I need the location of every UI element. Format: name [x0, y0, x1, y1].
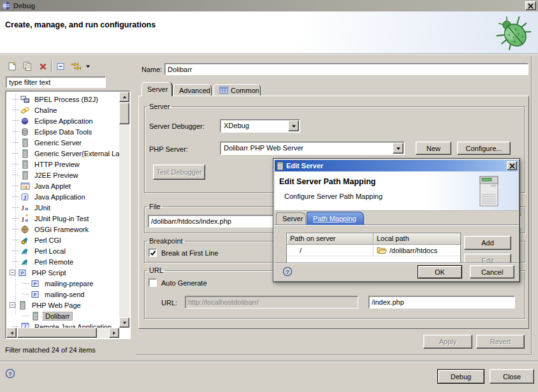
close-icon: [509, 163, 515, 169]
tree-item-junit[interactable]: JuJUnit: [6, 202, 119, 213]
window-titlebar: Debug: [0, 0, 538, 11]
tree-item-php-web-page[interactable]: −PHP Web Page: [6, 300, 119, 310]
tree-item-php-script[interactable]: −PPHP Script: [6, 267, 119, 278]
tree-item-cha-ne[interactable]: Chaîne: [6, 105, 119, 115]
tree-item-java-application[interactable]: JJava Application: [6, 191, 119, 202]
java-application-icon: J: [20, 192, 30, 201]
tree-connector: [12, 110, 19, 110]
url-label: URL:: [161, 299, 177, 307]
tree-item-junit-plug-in-test[interactable]: JuJUnit Plug-in Test: [6, 213, 119, 224]
collapse-expander-icon[interactable]: −: [10, 270, 15, 275]
ok-button[interactable]: OK: [418, 265, 462, 279]
menu-dropdown-icon[interactable]: [84, 60, 92, 73]
tree-item-perl-cgi[interactable]: Perl CGI: [6, 235, 119, 245]
file-group-legend: File: [147, 203, 163, 210]
tree-item-j2ee-preview[interactable]: J2EE Preview: [6, 170, 119, 180]
delete-icon[interactable]: [36, 60, 50, 73]
java-applet-icon: J: [20, 182, 30, 191]
help-icon[interactable]: ?: [282, 266, 293, 277]
svg-text:?: ?: [8, 370, 12, 377]
tree-item-label: Chaîne: [33, 106, 59, 114]
dialog-titlebar: Edit Server: [275, 160, 518, 171]
tab-advanced[interactable]: Advanced: [173, 84, 212, 96]
svg-text:J: J: [25, 185, 27, 190]
dialog-title: Edit Server: [286, 162, 323, 170]
edit-server-dialog: Edit Server Edit Server Path Mapping Con…: [273, 158, 520, 282]
column-header-local-path[interactable]: Local path: [374, 233, 461, 245]
name-input[interactable]: [164, 63, 528, 75]
tree-connector: [12, 218, 19, 219]
tree-item-generic-server-external-la[interactable]: Generic Server(External La: [6, 148, 119, 159]
cancel-button[interactable]: Cancel: [470, 265, 514, 279]
tree-item-http-preview[interactable]: HTTP Preview: [6, 159, 119, 170]
tab-common[interactable]: Common: [214, 84, 261, 96]
junit-icon: Ju: [20, 203, 30, 212]
tree-connector: [12, 240, 19, 240]
tree-item-eclipse-application[interactable]: Eclipse Application: [6, 115, 119, 126]
scroll-left-icon[interactable]: [6, 328, 17, 338]
tree-item-bpel-process-b2j[interactable]: BPEL Process (B2J): [6, 94, 119, 105]
auto-generate-checkbox[interactable]: [149, 279, 157, 287]
server-tower-icon: [477, 175, 500, 207]
duplicate-icon[interactable]: [20, 60, 34, 73]
tree-item-label: PHP Web Page: [30, 301, 83, 309]
dialog-heading: Edit Server Path Mapping: [279, 177, 375, 186]
new-server-button[interactable]: New: [416, 142, 451, 155]
new-launch-config-icon[interactable]: [5, 60, 19, 73]
scroll-right-icon[interactable]: [109, 328, 119, 338]
scroll-up-icon[interactable]: [119, 92, 129, 102]
tree-connector: [12, 250, 19, 251]
tree-item-label: Eclipse Data Tools: [33, 128, 94, 136]
chevron-down-icon[interactable]: [288, 120, 299, 131]
tree-item-mailing-send[interactable]: Pmailing-send: [6, 289, 119, 300]
tree-item-perl-local[interactable]: Perl Local: [6, 245, 119, 256]
tree-item-perl-remote[interactable]: Perl Remote: [6, 256, 119, 267]
break-first-line-checkbox[interactable]: [149, 249, 157, 257]
tree-connector: [12, 261, 19, 262]
tree-item-dolibarr[interactable]: Dolibarr: [6, 310, 119, 321]
vscroll-thumb[interactable]: [119, 103, 129, 124]
tree-item-generic-server[interactable]: Generic Server: [6, 137, 119, 148]
tree-item-label: Perl Local: [33, 247, 68, 255]
tree-item-eclipse-data-tools[interactable]: Eclipse Data Tools: [6, 126, 119, 137]
dialog-close-button[interactable]: [507, 161, 517, 170]
chevron-down-icon[interactable]: [393, 143, 404, 154]
svg-text:J: J: [21, 216, 24, 223]
filter-input[interactable]: [6, 76, 106, 88]
tab-server[interactable]: Server: [142, 82, 172, 96]
configure-button[interactable]: Configure...: [457, 142, 511, 155]
tree-item-remote-java-application[interactable]: JRemote Java Application: [6, 321, 119, 328]
collapse-expander-icon[interactable]: −: [10, 302, 15, 308]
tree-item-mailing-prepare[interactable]: Pmailing-prepare: [6, 278, 119, 289]
close-button[interactable]: Close: [490, 369, 534, 384]
tree-item-java-applet[interactable]: JJava Applet: [6, 180, 119, 191]
hscroll-thumb[interactable]: [17, 328, 97, 338]
dialog-tab-server[interactable]: Server: [276, 212, 306, 224]
mapping-row[interactable]: / /dolibarr/htdocs: [287, 245, 460, 256]
server-debugger-combo[interactable]: XDebug: [220, 119, 300, 133]
tree-connector: [12, 164, 19, 164]
filter-icon[interactable]: [69, 60, 83, 73]
php-server-combo[interactable]: Dolibarr PHP Web Server: [220, 142, 405, 155]
tree-hscrollbar[interactable]: [6, 328, 119, 338]
tree-vscrollbar[interactable]: [119, 92, 129, 328]
scroll-down-icon[interactable]: [119, 317, 129, 328]
svg-text:P: P: [33, 292, 36, 298]
column-header-path-on-server[interactable]: Path on server: [287, 233, 374, 245]
collapse-all-icon[interactable]: [54, 60, 68, 73]
dialog-tab-path-mapping[interactable]: Path Mapping: [307, 212, 364, 225]
config-tree: BPEL Process (B2J)ChaîneEclipse Applicat…: [6, 94, 119, 328]
filter-status: Filter matched 24 of 24 items: [5, 346, 96, 354]
help-icon[interactable]: ?: [5, 368, 15, 379]
tree-item-label: Remote Java Application: [33, 323, 113, 328]
header-banner: Create, manage, and run configurations: [0, 11, 538, 54]
tree-item-label: Java Application: [33, 193, 87, 201]
server-group-legend: Server: [147, 103, 171, 110]
eclipse-application-icon: [20, 117, 30, 126]
debug-button[interactable]: Debug: [437, 369, 484, 384]
tree-item-osgi-framework[interactable]: OSGi Framework: [6, 224, 119, 235]
add-button[interactable]: Add: [464, 236, 511, 250]
window-close-button[interactable]: [525, 1, 536, 10]
tree-connector: [22, 283, 29, 284]
url-path-input[interactable]: [368, 296, 515, 309]
